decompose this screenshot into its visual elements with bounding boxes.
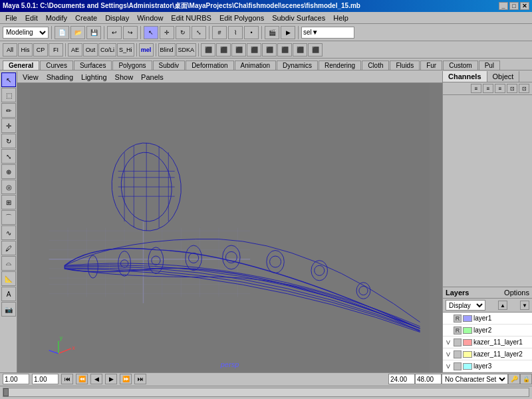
layer-item[interactable]: Rlayer1: [443, 313, 532, 325]
module-tab-custom[interactable]: Custom: [443, 61, 477, 70]
play-back-btn[interactable]: ◀: [90, 374, 102, 384]
paint-btn[interactable]: ✏: [1, 103, 16, 118]
scale-tool-btn[interactable]: ⤡: [1, 149, 16, 164]
view-menu[interactable]: View: [23, 73, 39, 81]
layers-scroll-up[interactable]: ▲: [498, 301, 507, 310]
layer-render-0[interactable]: R: [454, 315, 462, 323]
menu-item-help[interactable]: Help: [329, 13, 352, 23]
icon-h[interactable]: ⬛: [308, 43, 323, 57]
menu-item-display[interactable]: Display: [101, 13, 133, 23]
module-tab-deformation[interactable]: Deformation: [186, 61, 233, 70]
camera-btn[interactable]: 📷: [1, 302, 16, 317]
char-set-select[interactable]: No Character Set: [442, 374, 508, 384]
module-tab-animation[interactable]: Animation: [235, 61, 276, 70]
shading-menu[interactable]: Shading: [47, 73, 73, 81]
ch-icon2[interactable]: ≡: [483, 84, 493, 93]
all-btn[interactable]: All: [3, 43, 17, 57]
show-menu[interactable]: Show: [115, 73, 134, 81]
mel-icon[interactable]: mel: [139, 43, 154, 57]
coli-btn[interactable]: Co/Li: [98, 43, 116, 57]
minimize-button[interactable]: _: [499, 2, 508, 10]
manip-btn[interactable]: ⊕: [1, 164, 16, 179]
rotate-btn[interactable]: ↻: [176, 26, 190, 39]
module-tab-surfaces[interactable]: Surfaces: [74, 61, 112, 70]
panels-menu[interactable]: Panels: [141, 73, 164, 81]
select-btn[interactable]: ↖: [144, 26, 158, 39]
options-tab[interactable]: Options: [504, 289, 529, 297]
module-tab-dynamics[interactable]: Dynamics: [277, 61, 318, 70]
redo-btn[interactable]: ↪: [123, 26, 138, 39]
render-btn[interactable]: 🎬: [265, 26, 279, 39]
module-tab-fluids[interactable]: Fluids: [390, 61, 420, 70]
icon-e[interactable]: ⬛: [262, 43, 277, 57]
move-tool-btn[interactable]: ✛: [1, 118, 16, 133]
layer-visibility-0[interactable]: [444, 315, 452, 323]
lock-btn[interactable]: 🔒: [520, 374, 532, 384]
menu-item-edit[interactable]: Edit: [21, 13, 42, 23]
menu-item-edit nurbs[interactable]: Edit NURBS: [167, 13, 215, 23]
frame-start-input[interactable]: [3, 374, 29, 384]
layers-scroll-down[interactable]: ▼: [520, 301, 529, 310]
layer-render-3[interactable]: [454, 350, 462, 358]
icon-b[interactable]: ⬛: [216, 43, 231, 57]
step-back-btn[interactable]: ⏪: [76, 374, 88, 384]
snap-curve-btn[interactable]: ⌇: [228, 26, 243, 39]
blind-btn[interactable]: Blind: [158, 43, 176, 57]
move-btn[interactable]: ✛: [160, 26, 174, 39]
range-end-input[interactable]: [388, 374, 415, 384]
layer-visibility-3[interactable]: V: [444, 350, 452, 358]
display-select[interactable]: Display Render Animation: [446, 300, 485, 311]
ch-icon5[interactable]: ⊡: [519, 84, 529, 93]
ep-curve-btn[interactable]: ∿: [1, 225, 16, 240]
select-tool-btn[interactable]: ↖: [1, 72, 16, 87]
lasso-tool-btn[interactable]: ⬚: [1, 88, 16, 102]
timeline-scrubber[interactable]: [3, 388, 529, 397]
undo-btn[interactable]: ↩: [107, 26, 122, 39]
icon-f[interactable]: ⬛: [277, 43, 292, 57]
step-fwd-btn[interactable]: ⏩: [120, 374, 132, 384]
icon-a[interactable]: ⬛: [201, 43, 215, 57]
scale-btn[interactable]: ⤡: [192, 26, 206, 39]
ae-btn[interactable]: AE: [68, 43, 82, 57]
module-tab-cloth[interactable]: Cloth: [362, 61, 389, 70]
ch-icon4[interactable]: ⊡: [507, 84, 517, 93]
channels-tab[interactable]: Channels: [443, 71, 487, 82]
module-tab-fur[interactable]: Fur: [420, 61, 442, 70]
layer-visibility-4[interactable]: V: [444, 362, 452, 370]
close-button[interactable]: ✕: [520, 2, 529, 10]
soft-select-btn[interactable]: ◎: [1, 180, 16, 194]
snap-grid-btn[interactable]: #: [212, 26, 227, 39]
open-btn[interactable]: 📂: [70, 26, 85, 39]
hls-btn[interactable]: His: [18, 43, 33, 57]
new-scene-btn[interactable]: 📄: [55, 26, 69, 39]
anim-end-input[interactable]: [415, 374, 442, 384]
save-btn[interactable]: 💾: [86, 26, 101, 39]
module-tab-subdiv[interactable]: Subdiv: [153, 61, 186, 70]
curve-tool-btn[interactable]: ⌒: [1, 210, 16, 225]
module-tab-pul[interactable]: Pul: [479, 61, 500, 70]
key-btn[interactable]: 🔑: [508, 374, 520, 384]
layer-item[interactable]: Vkazer_11_layer2: [443, 348, 532, 360]
layer-visibility-1[interactable]: [444, 327, 452, 334]
module-tab-curves[interactable]: Curves: [40, 61, 73, 70]
layer-render-2[interactable]: [454, 338, 462, 346]
3d-viewport[interactable]: x y persp: [17, 83, 442, 372]
menu-item-subdiv surfaces[interactable]: Subdiv Surfaces: [268, 13, 329, 23]
icon-g[interactable]: ⬛: [293, 43, 307, 57]
shi-btn[interactable]: S_Hi: [117, 43, 134, 57]
icon-c[interactable]: ⬛: [231, 43, 246, 57]
layer-render-1[interactable]: R: [454, 327, 462, 334]
layer-render-4[interactable]: [454, 362, 462, 370]
layer-item[interactable]: Vlayer3: [443, 360, 532, 372]
layer-item[interactable]: Rlayer2: [443, 325, 532, 336]
arc-tool-btn[interactable]: ⌓: [1, 256, 16, 271]
menu-item-file[interactable]: File: [1, 13, 21, 23]
mode-select[interactable]: Modeling Animation Rendering Dynamics: [3, 27, 49, 39]
menu-item-create[interactable]: Create: [71, 13, 101, 23]
fi-btn[interactable]: FI: [49, 43, 63, 57]
go-start-btn[interactable]: ⏮: [61, 374, 73, 384]
frame-current-input[interactable]: [32, 374, 59, 384]
measure-btn[interactable]: 📐: [1, 271, 16, 286]
out-btn[interactable]: Out: [83, 43, 98, 57]
timeline-thumb[interactable]: [3, 388, 9, 396]
